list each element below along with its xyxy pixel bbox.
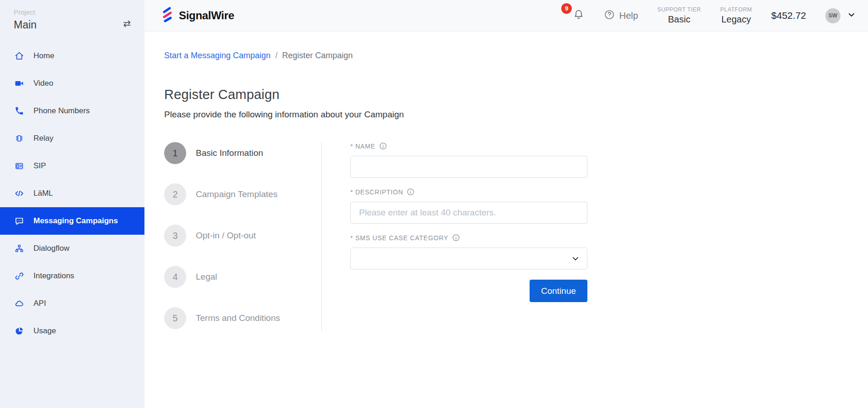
breadcrumb-current: Register Campaign <box>282 51 353 61</box>
sidebar-item-messaging-campaigns[interactable]: Messaging Campaigns <box>0 207 144 235</box>
video-camera-icon <box>14 78 25 89</box>
sidebar-item-label: Dialogflow <box>33 244 69 253</box>
sidebar-item-laml[interactable]: LāML <box>0 180 144 207</box>
bell-icon <box>573 9 585 22</box>
main-content: Start a Messaging Campaign / Register Ca… <box>144 32 868 408</box>
sidebar-item-label: API <box>33 299 46 308</box>
phone-icon <box>14 105 25 116</box>
help-button[interactable]: Help <box>604 9 638 22</box>
step-number: 1 <box>164 142 186 164</box>
info-circle-icon[interactable] <box>407 188 415 196</box>
step-number: 5 <box>164 307 186 329</box>
help-circle-icon <box>604 9 615 22</box>
page-title: Register Campaign <box>164 87 868 102</box>
sidebar-item-label: Usage <box>33 326 56 336</box>
project-label: Project <box>14 8 122 16</box>
avatar: SW <box>825 8 840 23</box>
cloud-icon <box>14 298 25 309</box>
sidebar-item-integrations[interactable]: Integrations <box>0 262 144 290</box>
sms-use-case-category-select[interactable] <box>350 248 587 270</box>
support-tier-value: Basic <box>658 14 701 25</box>
support-tier-label: SUPPORT TIER <box>658 6 701 13</box>
breadcrumb-separator: / <box>275 51 277 61</box>
step-label: Opt-in / Opt-out <box>196 231 256 241</box>
platform-label: PLATFORM <box>720 6 752 13</box>
name-input[interactable] <box>350 156 587 178</box>
sidebar-item-usage[interactable]: Usage <box>0 317 144 345</box>
signalwire-wordmark: SignalWire <box>179 9 234 22</box>
step-number: 3 <box>164 225 186 247</box>
step-label: Campaign Templates <box>196 189 277 199</box>
sidebar-item-label: LāML <box>33 189 53 198</box>
project-switcher: Project Main <box>0 0 144 31</box>
platform-block: PLATFORM Legacy <box>720 6 752 25</box>
signalwire-logo-mark-icon <box>160 6 175 25</box>
step-basic-information[interactable]: 1 Basic Information <box>164 142 321 164</box>
step-legal[interactable]: 4 Legal <box>164 266 321 288</box>
swap-arrows-icon[interactable] <box>122 18 133 31</box>
step-number: 2 <box>164 183 186 205</box>
sms-use-case-category-label: * SMS USE CASE CATEGORY <box>350 234 597 242</box>
account-balance[interactable]: $452.72 <box>771 10 806 21</box>
step-opt-in-opt-out[interactable]: 3 Opt-in / Opt-out <box>164 225 321 247</box>
link-icon <box>14 270 25 281</box>
desk-phone-icon <box>14 160 25 171</box>
campaign-form: * NAME * DESCRIPTION * SMS <box>322 142 597 348</box>
notifications-button[interactable]: 9 <box>573 9 585 22</box>
notification-badge: 9 <box>561 3 572 14</box>
home-icon <box>14 50 25 61</box>
breadcrumb: Start a Messaging Campaign / Register Ca… <box>164 51 868 61</box>
step-campaign-templates[interactable]: 2 Campaign Templates <box>164 183 321 205</box>
sidebar-item-video[interactable]: Video <box>0 70 144 97</box>
breadcrumb-link-start-messaging-campaign[interactable]: Start a Messaging Campaign <box>164 51 271 61</box>
step-terms-and-conditions[interactable]: 5 Terms and Conditions <box>164 307 321 329</box>
chevron-down-icon <box>847 10 856 21</box>
continue-button[interactable]: Continue <box>530 280 587 302</box>
sidebar-item-relay[interactable]: Relay <box>0 125 144 152</box>
flow-nodes-icon <box>14 243 25 254</box>
help-label: Help <box>619 11 638 21</box>
stepper: 1 Basic Information 2 Campaign Templates… <box>164 142 321 348</box>
sidebar-item-home[interactable]: Home <box>0 42 144 70</box>
sidebar-item-label: SIP <box>33 161 46 171</box>
sidebar-nav: Home Video Phone Numbers Relay SIP <box>0 42 144 345</box>
sidebar-item-label: Phone Numbers <box>33 106 90 116</box>
info-circle-icon[interactable] <box>452 234 460 242</box>
info-circle-icon[interactable] <box>379 142 387 150</box>
sidebar-item-label: Home <box>33 51 54 61</box>
sidebar-item-label: Messaging Campaigns <box>33 216 118 226</box>
sidebar-item-dialogflow[interactable]: Dialogflow <box>0 235 144 262</box>
step-label: Terms and Conditions <box>196 313 280 323</box>
description-input[interactable] <box>350 202 587 224</box>
support-tier-block: SUPPORT TIER Basic <box>658 6 701 25</box>
sidebar-item-label: Integrations <box>33 271 74 281</box>
chip-icon <box>14 133 25 144</box>
code-icon <box>14 188 25 199</box>
sidebar-item-sip[interactable]: SIP <box>0 152 144 180</box>
page-subtitle: Please provide the following information… <box>164 110 868 120</box>
pie-chart-icon <box>14 325 25 336</box>
sidebar-item-api[interactable]: API <box>0 290 144 317</box>
description-label: * DESCRIPTION <box>350 188 597 196</box>
account-menu[interactable]: SW <box>825 8 856 23</box>
sidebar-item-phone-numbers[interactable]: Phone Numbers <box>0 97 144 125</box>
project-name: Main <box>14 19 122 31</box>
step-number: 4 <box>164 266 186 288</box>
name-label: * NAME <box>350 142 597 150</box>
step-label: Basic Information <box>196 148 263 158</box>
platform-value: Legacy <box>720 14 752 25</box>
sidebar-item-label: Video <box>33 79 53 88</box>
sidebar: Project Main Home Video Phon <box>0 0 144 408</box>
signalwire-logo[interactable]: SignalWire <box>160 6 234 25</box>
topbar: SignalWire 9 Help SUPPORT TIER Basic PLA… <box>144 0 868 32</box>
sidebar-item-label: Relay <box>33 134 53 143</box>
chat-bubble-icon <box>14 215 25 226</box>
step-label: Legal <box>196 272 217 282</box>
